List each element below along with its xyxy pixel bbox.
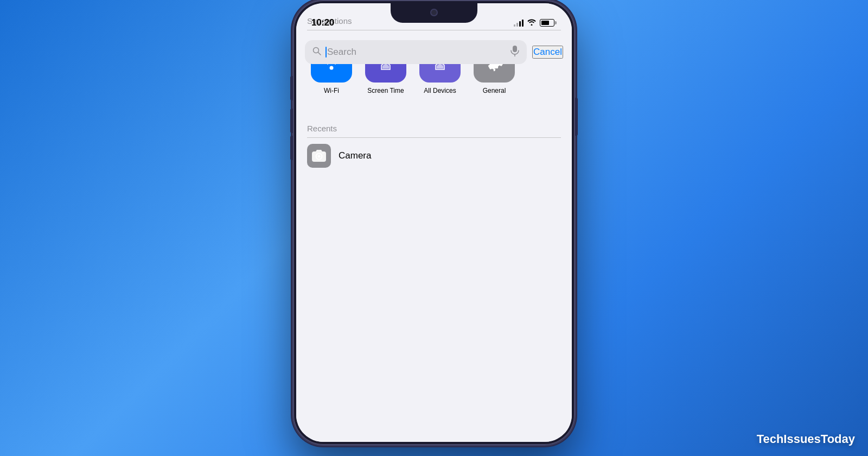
- general-app-label: General: [483, 87, 506, 94]
- screen-content: 10:20: [296, 3, 572, 442]
- phone-frame: 10:20: [293, 0, 575, 445]
- battery-tip: [555, 21, 557, 24]
- phone-screen: 10:20: [296, 3, 572, 442]
- camera-recent-label: Camera: [339, 150, 371, 161]
- svg-line-1: [318, 53, 321, 55]
- status-time: 10:20: [311, 17, 334, 28]
- search-area: Search Cancel: [296, 40, 572, 64]
- screentime-app-label: Screen Time: [367, 87, 404, 94]
- svg-rect-2: [513, 46, 517, 52]
- svg-rect-8: [322, 153, 324, 154]
- search-icon: [312, 47, 321, 58]
- recents-title: Recents: [296, 111, 572, 137]
- watermark: TechIssuesToday: [757, 432, 855, 446]
- mic-icon[interactable]: [510, 46, 519, 59]
- signal-bar-4: [522, 20, 524, 27]
- camera-notch: [430, 9, 438, 16]
- phone-wrapper: 10:20: [293, 0, 575, 445]
- notch: [391, 3, 477, 23]
- status-icons: [514, 18, 557, 27]
- search-placeholder: Search: [327, 47, 356, 58]
- svg-point-7: [318, 155, 321, 158]
- search-input-display: Search: [326, 47, 506, 58]
- recent-item-camera[interactable]: Camera: [296, 137, 572, 174]
- battery-fill: [541, 21, 549, 25]
- camera-app-icon: [307, 144, 331, 168]
- wifi-app-label: Wi-Fi: [324, 87, 339, 94]
- svg-point-4: [330, 66, 334, 69]
- search-cursor: [326, 47, 327, 58]
- signal-bar-2: [516, 23, 518, 27]
- recents-section: Recents Camera: [296, 111, 572, 175]
- signal-bars-icon: [514, 19, 524, 27]
- alldevices-app-label: All Devices: [424, 87, 456, 94]
- signal-bar-1: [514, 24, 515, 27]
- cancel-button[interactable]: Cancel: [532, 46, 563, 59]
- wifi-status-icon: [527, 18, 536, 27]
- signal-bar-3: [519, 21, 521, 27]
- battery-body: [540, 19, 554, 27]
- search-bar[interactable]: Search: [305, 40, 527, 64]
- battery-icon: [540, 19, 557, 27]
